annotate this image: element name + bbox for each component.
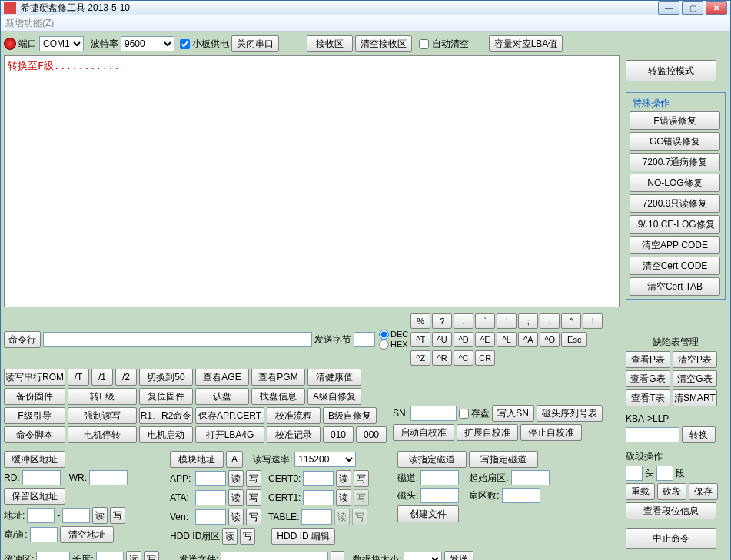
key-l[interactable]: ^L xyxy=(497,332,517,347)
chop-button[interactable]: 砍段 xyxy=(657,483,686,500)
key-[interactable]: : xyxy=(540,313,560,329)
convert-button[interactable]: 转换 xyxy=(682,426,716,443)
block-size-select[interactable] xyxy=(404,552,442,560)
send-bytes-input[interactable] xyxy=(354,332,375,347)
key-[interactable]: % xyxy=(410,313,430,329)
cert1-read-button[interactable]: 读 xyxy=(336,489,351,506)
ven-input[interactable] xyxy=(195,509,226,525)
calibrate-record-button[interactable]: 校准记录 xyxy=(267,426,321,443)
head-count-input[interactable] xyxy=(626,466,643,481)
ven-write-button[interactable]: 写 xyxy=(246,509,261,525)
cert1-input[interactable] xyxy=(303,490,334,505)
fix-no-log-button[interactable]: NO-LOG修复 xyxy=(630,174,720,192)
seg-count-input[interactable] xyxy=(656,466,673,481)
monitor-mode-button[interactable]: 转监控模式 xyxy=(626,60,716,81)
kba-input[interactable] xyxy=(626,427,679,442)
head-seq-table-button[interactable]: 磁头序列号表 xyxy=(537,405,603,422)
identify-disk-button[interactable]: 认盘 xyxy=(195,388,249,405)
find-disk-info-button[interactable]: 找盘信息 xyxy=(251,388,305,405)
close-port-button[interactable]: 关闭串口 xyxy=(231,35,279,52)
port-select[interactable]: COM1 xyxy=(39,36,84,51)
calibrate-flow-button[interactable]: 校准流程 xyxy=(267,407,321,424)
key-u[interactable]: ^U xyxy=(432,332,452,347)
menu-new-features[interactable]: 新增功能(Z) xyxy=(5,18,54,28)
send-file-input[interactable] xyxy=(221,552,328,560)
btn-000[interactable]: 000 xyxy=(356,426,387,443)
r1-r2-cmd-button[interactable]: R1、R2命令 xyxy=(139,407,193,424)
app-write-button[interactable]: 写 xyxy=(246,470,261,487)
view-p-table-button[interactable]: 查看P表 xyxy=(626,351,670,368)
abort-cmd-button[interactable]: 中止命令 xyxy=(626,528,716,549)
key-o[interactable]: ^O xyxy=(540,332,560,347)
key-a[interactable]: ^A xyxy=(518,332,538,347)
write-sn-button[interactable]: 写入SN xyxy=(492,405,534,422)
table-input[interactable] xyxy=(301,509,332,525)
clear-app-code-button[interactable]: 清空APP CODE xyxy=(630,236,720,254)
ata-write-button[interactable]: 写 xyxy=(246,489,261,506)
send-button[interactable]: 发送 xyxy=(444,551,473,560)
clear-cert-tab-button[interactable]: 清空Cert TAB xyxy=(630,277,720,296)
module-addr-a-button[interactable]: A xyxy=(226,451,243,468)
backup-firmware-button[interactable]: 备份固件 xyxy=(4,388,65,405)
a-level-selfrepair-button[interactable]: A级自修复 xyxy=(307,388,361,405)
key-t[interactable]: ^T xyxy=(410,332,430,347)
recv-area-button[interactable]: 接收区 xyxy=(307,35,353,52)
key-e[interactable]: ^E xyxy=(475,332,495,347)
motor-stop-button[interactable]: 电机停转 xyxy=(68,426,137,443)
clear-recv-button[interactable]: 清空接收区 xyxy=(355,35,412,52)
key-r[interactable]: ^R xyxy=(432,350,452,366)
ven-read-button[interactable]: 读 xyxy=(228,509,244,525)
b-level-selfrepair-button[interactable]: B级自修复 xyxy=(323,407,377,424)
key-esc[interactable]: Esc xyxy=(561,332,587,347)
key-z[interactable]: ^Z xyxy=(410,350,430,366)
view-age-button[interactable]: 查看AGE xyxy=(195,369,249,386)
read-track-button[interactable]: 读指定磁道 xyxy=(397,451,467,468)
length-input[interactable] xyxy=(96,552,124,560)
buf-addr-button[interactable]: 缓冲区地址 xyxy=(4,451,65,468)
small-board-power-checkbox[interactable]: 小板供电 xyxy=(180,38,229,51)
slash-2-button[interactable]: /2 xyxy=(115,369,137,386)
sector-count-input[interactable] xyxy=(502,488,540,503)
create-file-button[interactable]: 创建文件 xyxy=(397,505,459,522)
key-[interactable]: ' xyxy=(497,313,517,329)
hdd-id-read-button[interactable]: 读 xyxy=(222,528,238,545)
clear-health-button[interactable]: 清健康值 xyxy=(307,369,361,386)
start-autocal-button[interactable]: 启动自校准 xyxy=(393,424,454,441)
dec-radio[interactable]: DEC xyxy=(379,330,408,340)
track-input[interactable] xyxy=(420,470,459,485)
key-[interactable]: ! xyxy=(583,313,603,329)
to-f-level-button[interactable]: 转F级 xyxy=(68,388,137,405)
buffer-input[interactable] xyxy=(36,552,70,560)
addr-input-1[interactable] xyxy=(27,508,55,523)
key-cr[interactable]: CR xyxy=(475,350,495,366)
clear-p-table-button[interactable]: 清空P表 xyxy=(673,351,717,368)
key-c[interactable]: ^C xyxy=(454,350,473,366)
stop-autocal-button[interactable]: 停止自校准 xyxy=(520,424,582,441)
app-input[interactable] xyxy=(195,471,226,486)
fix-ce-log-button[interactable]: .9/.10 CE-LOG修复 xyxy=(630,215,720,234)
ata-input[interactable] xyxy=(195,490,226,505)
baud-select[interactable]: 9600 xyxy=(121,36,174,51)
store-checkbox[interactable]: 存盘 xyxy=(459,407,490,420)
cmdline-button[interactable]: 命令行 xyxy=(4,331,41,348)
fix-f-error-button[interactable]: F错误修复 xyxy=(630,111,720,130)
cert0-read-button[interactable]: 读 xyxy=(336,470,351,487)
open-lba4g-button[interactable]: 打开LBA4G xyxy=(195,426,264,443)
view-pgm-button[interactable]: 查看PGM xyxy=(251,369,305,386)
fix-7200-9-button[interactable]: 7200.9只读修复 xyxy=(630,194,720,213)
start-sector-input[interactable] xyxy=(511,470,550,485)
hdd-id-write-button[interactable]: 写 xyxy=(240,528,255,545)
f-level-boot-button[interactable]: F级引导 xyxy=(4,407,65,424)
key-d[interactable]: ^D xyxy=(454,332,473,347)
clear-g-table-button[interactable]: 清空G表 xyxy=(673,370,717,387)
hdd-id-edit-button[interactable]: HDD ID 编辑 xyxy=(271,528,335,545)
rd-input[interactable] xyxy=(22,470,61,485)
btn-010[interactable]: 010 xyxy=(323,426,354,443)
cert0-input[interactable] xyxy=(303,471,334,486)
clear-cert-code-button[interactable]: 清空Cert CODE xyxy=(630,257,720,275)
module-addr-button[interactable]: 模块地址 xyxy=(170,451,224,468)
browse-button[interactable]: ... xyxy=(331,551,344,560)
minimize-button[interactable]: — xyxy=(658,1,679,15)
fix-gc-error-button[interactable]: GC错误修复 xyxy=(630,132,720,151)
key-[interactable]: ^ xyxy=(561,313,581,329)
